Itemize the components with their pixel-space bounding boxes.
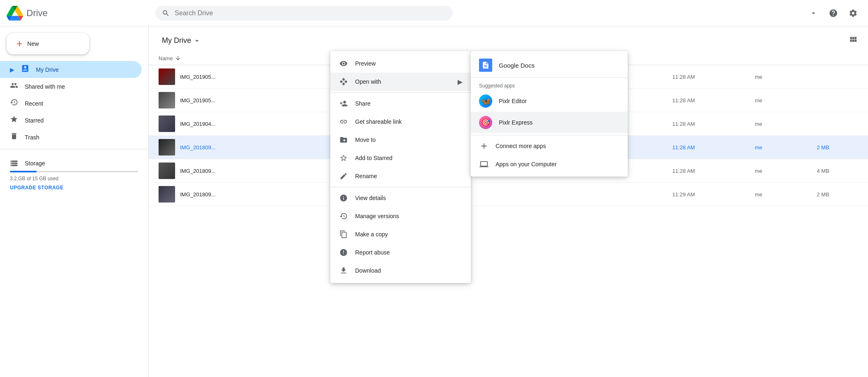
file-thumbnail [159, 139, 175, 156]
storage-bar-background [10, 171, 138, 172]
context-menu-manage-versions[interactable]: Manage versions [330, 207, 471, 225]
drive-title: My Drive [162, 36, 191, 45]
new-button[interactable]: + New [7, 33, 89, 54]
context-menu-rename[interactable]: Rename [330, 167, 471, 185]
rename-icon [339, 171, 349, 181]
context-menu-report-abuse[interactable]: Report abuse [330, 243, 471, 262]
download-label: Download [355, 267, 462, 274]
google-docs-icon [479, 59, 492, 72]
computer-icon [479, 159, 489, 169]
pixlr-express-label: Pixlr Express [499, 119, 533, 126]
move-to-label: Move to [355, 137, 462, 143]
storage-used-text: 3.2 GB of 15 GB used [10, 176, 138, 181]
sidebar-item-recent[interactable]: Recent [0, 95, 142, 112]
context-menu-shareable-link[interactable]: Get shareable link [330, 113, 471, 131]
context-menu-share[interactable]: Share [330, 94, 471, 113]
shared-label: Shared with me [25, 83, 65, 90]
new-button-label: New [27, 40, 39, 47]
sidebar-item-trash[interactable]: Trash [0, 129, 142, 146]
file-owner: me [755, 168, 817, 174]
file-modified: 11:28 AM [672, 121, 755, 127]
sidebar-divider [0, 149, 148, 149]
move-to-icon [339, 135, 349, 145]
recent-label: Recent [25, 100, 43, 107]
search-icon [162, 9, 170, 17]
col-name-label: Name [159, 55, 173, 61]
context-menu-add-starred[interactable]: Add to Starred [330, 149, 471, 167]
file-size: 2 MB [817, 144, 858, 151]
context-menu-move-to[interactable]: Move to [330, 131, 471, 149]
search-bar[interactable] [155, 6, 453, 21]
context-menu-make-copy[interactable]: Make a copy [330, 225, 471, 243]
trash-label: Trash [25, 134, 39, 141]
google-drive-logo [7, 5, 23, 21]
drive-header: My Drive [149, 26, 868, 52]
submenu-divider-1 [471, 78, 628, 78]
help-button[interactable] [825, 5, 842, 21]
submenu-google-docs[interactable]: Google Docs [471, 54, 628, 76]
make-copy-label: Make a copy [355, 231, 462, 238]
preview-label: Preview [355, 60, 462, 67]
upgrade-storage-link[interactable]: UPGRADE STORAGE [10, 185, 138, 191]
file-owner: me [755, 97, 817, 104]
report-abuse-icon [339, 247, 349, 257]
sidebar-item-starred[interactable]: Starred [0, 112, 142, 129]
header-right [799, 5, 861, 21]
pixlr-express-icon: 🎯 [479, 116, 492, 129]
submenu-apps-computer[interactable]: Apps on your Computer [471, 155, 628, 173]
link-icon [339, 117, 349, 127]
file-size: 4 MB [817, 168, 858, 174]
my-drive-label: My Drive [36, 66, 59, 73]
report-abuse-label: Report abuse [355, 249, 462, 256]
expand-arrow-icon: ▶ [10, 66, 14, 73]
file-thumbnail [159, 163, 175, 179]
my-drive-dropdown[interactable]: My Drive [159, 33, 204, 48]
submenu-pixlr-express[interactable]: 🎯 Pixlr Express [471, 112, 628, 133]
preview-icon [339, 59, 349, 68]
file-owner: me [755, 74, 817, 80]
search-options-button[interactable] [805, 5, 822, 21]
recent-icon [10, 98, 18, 108]
app-title: Drive [26, 8, 47, 19]
app-header: Drive [0, 0, 868, 26]
suggested-apps-label: Suggested apps [471, 80, 628, 90]
file-thumbnail [159, 68, 175, 85]
logo-area: Drive [7, 5, 155, 21]
submenu-connect-more-apps[interactable]: Connect more apps [471, 137, 628, 155]
settings-button[interactable] [845, 5, 861, 21]
starred-icon [10, 115, 18, 125]
grid-view-button[interactable] [845, 31, 861, 48]
sidebar-item-my-drive[interactable]: ▶ My Drive [0, 61, 142, 78]
file-thumbnail [159, 115, 175, 132]
context-menu-download[interactable]: Download [330, 262, 471, 280]
connect-more-label: Connect more apps [496, 143, 546, 149]
context-menu-preview[interactable]: Preview [330, 54, 471, 73]
file-owner: me [755, 121, 817, 127]
submenu-pixlr-editor[interactable]: 🦋 Pixlr Editor [471, 90, 628, 112]
submenu-divider-2 [471, 135, 628, 135]
connect-more-icon [479, 141, 489, 151]
menu-divider-2 [330, 187, 471, 187]
context-menu-open-with[interactable]: Open with ▶ [330, 73, 471, 91]
view-details-icon [339, 193, 349, 203]
sidebar-item-shared[interactable]: Shared with me [0, 78, 142, 95]
apps-computer-label: Apps on your Computer [496, 161, 557, 167]
table-row[interactable]: IMG_201809... 11:29 AM me 2 MB [149, 183, 868, 206]
download-icon [339, 266, 349, 276]
storage-bar-fill [10, 171, 37, 172]
share-label: Share [355, 100, 462, 107]
context-menu-view-details[interactable]: View details [330, 189, 471, 207]
open-with-submenu: Google Docs Suggested apps 🦋 Pixlr Edito… [471, 51, 628, 177]
rename-label: Rename [355, 173, 462, 179]
shared-icon [10, 81, 18, 92]
file-thumbnail [159, 186, 175, 203]
google-docs-label: Google Docs [499, 62, 535, 69]
search-input[interactable] [175, 9, 446, 17]
shareable-link-label: Get shareable link [355, 118, 462, 125]
open-with-arrow-icon: ▶ [458, 78, 462, 86]
add-starred-icon [339, 153, 349, 163]
view-details-label: View details [355, 195, 462, 201]
file-modified: 11:28 AM [672, 97, 755, 104]
open-with-icon [339, 77, 349, 87]
drive-dropdown-icon [193, 37, 201, 45]
